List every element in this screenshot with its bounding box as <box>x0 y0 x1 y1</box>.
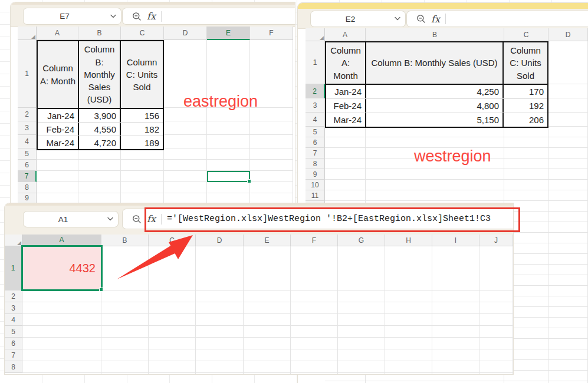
formula-bar[interactable]: fx <box>407 11 588 27</box>
row-header-3[interactable]: 3 <box>5 302 22 314</box>
name-box[interactable]: A1 <box>24 212 118 227</box>
row-header-4[interactable]: 4 <box>306 113 325 127</box>
column-header-I[interactable]: I <box>432 235 479 246</box>
column-header-D[interactable]: D <box>196 235 244 246</box>
row-header-2[interactable]: 2 <box>18 108 37 121</box>
row-header-3[interactable]: 3 <box>18 121 37 135</box>
row-header-9[interactable]: 9 <box>306 169 325 180</box>
row-header-6[interactable]: 6 <box>306 137 325 148</box>
formula-highlight-box <box>144 207 520 232</box>
row-header-3[interactable]: 3 <box>306 98 325 113</box>
east-cell-B3[interactable]: 4,550 <box>79 123 121 136</box>
east-cell-C3[interactable]: 182 <box>121 123 163 136</box>
gridline <box>37 193 293 193</box>
west-cell-A1[interactable]: Column A: Month <box>326 42 366 84</box>
chevron-down-icon[interactable] <box>390 16 405 21</box>
column-header-D[interactable]: D <box>164 27 207 40</box>
search-icon[interactable] <box>132 12 142 21</box>
row-header-8[interactable]: 8 <box>5 361 22 373</box>
fill-handle[interactable] <box>247 179 251 183</box>
name-box[interactable]: E7 <box>24 8 121 24</box>
row-header-7[interactable]: 7 <box>18 171 37 182</box>
west-cell-B1[interactable]: Column B: Monthly Sales (USD) <box>366 42 504 84</box>
east-cell-B1[interactable]: Column B: Monthly Sales (USD) <box>79 41 121 108</box>
search-icon[interactable] <box>132 214 142 224</box>
west-cell-A2[interactable]: Jan-24 <box>326 85 366 98</box>
east-cell-A1[interactable]: Column A: Month <box>38 41 79 108</box>
row-header-4[interactable]: 4 <box>5 314 22 326</box>
west-cell-C1[interactable]: Column C: Units Sold <box>504 42 547 84</box>
east-cell-C2[interactable]: 156 <box>121 109 163 122</box>
gridline <box>513 246 513 374</box>
west-cell-C4[interactable]: 206 <box>504 113 547 127</box>
name-box-value: E2 <box>311 15 390 24</box>
column-header-A[interactable]: A <box>37 27 78 40</box>
row-header-1[interactable]: 1 <box>306 41 325 84</box>
formula-bar[interactable]: fx <box>123 8 295 24</box>
column-header-G[interactable]: G <box>338 235 385 246</box>
select-all-triangle-icon: ◢ <box>31 34 35 39</box>
row-header-6[interactable]: 6 <box>5 338 22 349</box>
row-header-9[interactable]: 9 <box>18 193 37 203</box>
row-header-5[interactable]: 5 <box>18 148 37 160</box>
select-all-corner[interactable]: ◢ <box>5 235 22 246</box>
east-cell-B2[interactable]: 3,900 <box>79 109 121 122</box>
column-header-H[interactable]: H <box>385 235 432 246</box>
gridline <box>22 372 513 373</box>
east-cell-A3[interactable]: Feb-24 <box>38 123 79 136</box>
chevron-down-icon[interactable] <box>103 217 118 222</box>
east-sheet-grid[interactable]: Column A: Month Column B: Monthly Sales … <box>18 27 293 203</box>
column-header-D[interactable]: D <box>548 28 588 41</box>
column-header-B[interactable]: B <box>366 28 504 41</box>
column-header-C[interactable]: C <box>121 27 164 40</box>
row-header-7[interactable]: 7 <box>306 148 325 159</box>
column-header-E[interactable]: E <box>207 27 250 40</box>
select-all-corner[interactable]: ◢ <box>18 27 37 40</box>
row-header-2[interactable]: 2 <box>306 84 325 98</box>
column-header-F[interactable]: F <box>250 27 293 40</box>
east-cell-C1[interactable]: Column C: Units Sold <box>121 41 163 108</box>
east-cell-A2[interactable]: Jan-24 <box>38 109 79 122</box>
result-cell-A1[interactable]: 4432 <box>21 245 103 291</box>
west-cell-B4[interactable]: 5,150 <box>366 113 504 127</box>
fill-handle[interactable] <box>99 288 103 292</box>
column-header-A[interactable]: A <box>325 28 366 41</box>
column-header-E[interactable]: E <box>244 235 291 246</box>
search-icon[interactable] <box>416 14 426 24</box>
row-header-8[interactable]: 8 <box>306 159 325 169</box>
ribbon-edge-strip <box>298 3 588 9</box>
row-header-5[interactable]: 5 <box>5 326 22 338</box>
gridline <box>385 246 385 374</box>
column-header-C[interactable]: C <box>504 28 548 41</box>
row-header-4[interactable]: 4 <box>18 135 37 148</box>
column-header-B[interactable]: B <box>78 27 121 40</box>
row-header-11[interactable]: 11 <box>306 190 325 201</box>
east-cell-B4[interactable]: 4,720 <box>79 136 121 149</box>
a1-value: 4432 <box>70 262 96 275</box>
chevron-down-icon[interactable] <box>106 14 121 19</box>
row-header-5[interactable]: 5 <box>306 127 325 137</box>
row-header-10[interactable]: 10 <box>306 180 325 190</box>
column-header-J[interactable]: J <box>479 235 513 246</box>
name-box[interactable]: E2 <box>311 11 405 27</box>
west-cell-B2[interactable]: 4,250 <box>366 85 504 98</box>
row-header-2[interactable]: 2 <box>5 290 22 302</box>
west-cell-B3[interactable]: 4,800 <box>366 99 504 113</box>
west-cell-C2[interactable]: 170 <box>504 85 547 98</box>
column-header-A[interactable]: A <box>22 235 101 246</box>
select-all-triangle-icon: ◢ <box>17 240 21 246</box>
row-header-6[interactable]: 6 <box>18 160 37 171</box>
west-cell-A4[interactable]: Mar-24 <box>326 113 366 127</box>
west-cell-A3[interactable]: Feb-24 <box>326 99 366 113</box>
east-cell-C4[interactable]: 189 <box>121 136 163 149</box>
row-header-7[interactable]: 7 <box>5 349 22 361</box>
column-header-F[interactable]: F <box>291 235 338 246</box>
row-header-8[interactable]: 8 <box>18 182 37 193</box>
east-cell-A4[interactable]: Mar-24 <box>38 136 79 149</box>
result-sheet-grid[interactable]: 4432 ◢ABCDEFGHIJ12345678 <box>5 235 513 374</box>
row-header-1[interactable]: 1 <box>5 246 22 290</box>
west-cell-C3[interactable]: 192 <box>504 99 547 113</box>
row-header-1[interactable]: 1 <box>18 40 37 108</box>
select-all-corner[interactable]: ◢ <box>306 28 325 41</box>
west-data-table: Column A: Month Column B: Monthly Sales … <box>325 41 548 128</box>
